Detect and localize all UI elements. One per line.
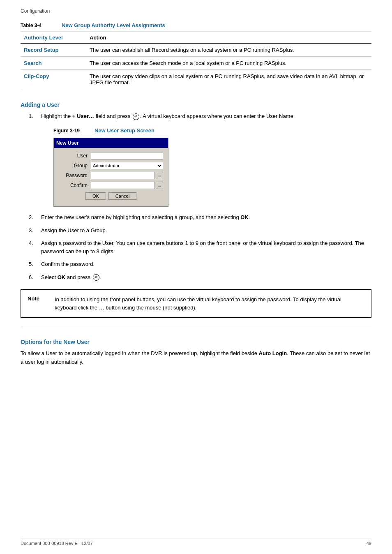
step-1-content: Highlight the + User… field and press ⏎.… [41,112,371,120]
step-5: 5. Confirm the password. [29,260,371,268]
step-2-content: Enter the new user's name by highlightin… [41,213,371,222]
step-2: 2. Enter the new user's name by highligh… [29,213,371,222]
adding-user-heading: Adding a User [21,102,371,108]
dialog-titlebar: New User [54,138,168,148]
group-select-container: Administrator [91,162,163,169]
note-label: Note [28,295,48,312]
password-ellipsis-button[interactable]: ... [156,172,163,179]
options-heading: Options for the New User [21,339,371,345]
enter-icon: ⏎ [133,113,139,120]
confirm-input[interactable] [91,182,155,189]
step-3-content: Assign the User to a Group. [41,226,371,235]
new-user-dialog: New User User Group Administrat [53,138,168,207]
group-label: Group [59,162,88,169]
level-clip-copy: Clip-Copy [21,70,86,89]
table-row: Record Setup The user can establish all … [21,44,371,57]
group-field-row: Group Administrator [59,162,163,169]
footer-page-number: 49 [367,541,371,546]
col-action: Action [86,32,371,44]
table-title: New Group Authority Level Assignments [62,22,165,28]
action-search: The user can access the Search mode on a… [86,57,371,70]
password-label: Password [59,172,88,179]
footer-doc-info: Document 800-00918 Rev E 12/07 [21,541,93,546]
authority-level-table: Authority Level Action Record Setup The … [21,32,371,89]
figure-number: Figure 3-19 [53,127,86,134]
user-label: User [59,152,88,159]
authority-table-section: Table 3-4 New Group Authority Level Assi… [21,22,371,89]
level-record-setup: Record Setup [21,44,86,57]
step-4: 4. Assign a password to the User. You ca… [29,239,371,255]
options-section: Options for the New User To allow a User… [21,339,371,367]
figure-title: New User Setup Screen [95,127,154,135]
note-box: Note In addition to using the front pane… [21,289,371,318]
table-row: Clip-Copy The user can copy video clips … [21,70,371,89]
step-1: 1. Highlight the + User… field and press… [29,112,371,120]
ok-button[interactable]: OK [85,192,106,200]
user-field-row: User [59,152,163,159]
breadcrumb: Configuration [21,8,371,14]
step-4-number: 4. [29,239,41,255]
level-search: Search [21,57,86,70]
page-footer: Document 800-00918 Rev E 12/07 49 [21,538,371,546]
table-header-row: Authority Level Action [21,32,371,44]
password-input-container: ... [91,172,163,179]
dialog-button-row: OK Cancel [59,192,163,202]
section-divider [21,326,371,326]
group-select[interactable]: Administrator [91,162,163,169]
password-field-row: Password ... [59,172,163,179]
steps-list: 1. Highlight the + User… field and press… [29,112,371,281]
step-6-number: 6. [29,273,41,282]
options-body-text: To allow a User to be automatically logg… [21,349,371,367]
password-input[interactable] [91,172,155,179]
step-4-content: Assign a password to the User. You can u… [41,239,371,255]
step-6: 6. Select OK and press ⏎. [29,273,371,282]
figure-container: Figure 3-19 New User Setup Screen New Us… [53,127,371,207]
action-clip-copy: The user can copy video clips on a local… [86,70,371,89]
step-5-number: 5. [29,260,41,268]
note-text: In addition to using the front panel but… [55,295,364,312]
confirm-label: Confirm [59,182,88,189]
enter-icon-2: ⏎ [93,274,99,281]
table-row: Search The user can access the Search mo… [21,57,371,70]
col-authority-level: Authority Level [21,32,86,44]
cancel-button[interactable]: Cancel [108,192,136,200]
step-3-number: 3. [29,226,41,235]
dialog-body: User Group Administrator [54,148,168,206]
confirm-input-container: ... [91,182,163,189]
adding-user-section: Adding a User 1. Highlight the + User… f… [21,102,371,318]
figure-item: Figure 3-19 New User Setup Screen New Us… [41,127,371,207]
confirm-ellipsis-button[interactable]: ... [156,182,163,189]
step-1-number: 1. [29,112,41,120]
confirm-field-row: Confirm ... [59,182,163,189]
action-record-setup: The user can establish all Record settin… [86,44,371,57]
step-2-number: 2. [29,213,41,222]
table-number: Table 3-4 [21,23,53,28]
step-6-content: Select OK and press ⏎. [41,273,371,282]
step-5-content: Confirm the password. [41,260,371,268]
user-input[interactable] [91,152,163,159]
step-3: 3. Assign the User to a Group. [29,226,371,235]
